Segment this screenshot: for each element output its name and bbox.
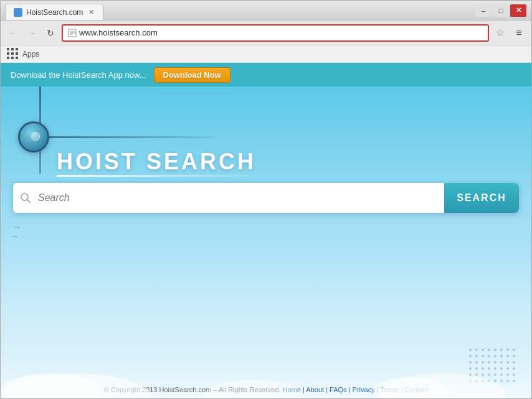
download-now-button[interactable]: Download Now <box>154 67 230 83</box>
bird-decoration-2: 〜 <box>12 233 18 242</box>
title-bar: HoistSearch.com ✕ – □ ✕ <box>1 1 531 21</box>
decoration-horizontal-line <box>39 136 214 138</box>
page-icon <box>68 29 77 37</box>
search-box: SEARCH <box>13 183 519 213</box>
minimize-button[interactable]: – <box>475 4 492 17</box>
tab-area: HoistSearch.com ✕ <box>6 1 475 20</box>
refresh-button[interactable]: ↻ <box>43 26 58 40</box>
address-bar[interactable] <box>62 24 489 42</box>
tab-favicon <box>14 8 22 17</box>
back-button[interactable]: ← <box>6 26 21 40</box>
site-logo: HOIST SEARCH <box>57 149 256 175</box>
apps-label[interactable]: Apps <box>22 50 39 59</box>
search-input[interactable] <box>38 183 444 213</box>
main-content-area: HOIST SEARCH SEARCH © Copyright 2013 Hoi… <box>1 87 531 398</box>
svg-point-10 <box>203 380 304 398</box>
cloud-decoration <box>1 342 531 398</box>
search-icon <box>13 183 38 213</box>
bookmark-button[interactable]: ☆ <box>493 26 508 40</box>
download-banner: Download the HoistSearch App now... Down… <box>1 63 531 87</box>
tab-title: HoistSearch.com <box>26 8 83 17</box>
decoration-circle <box>18 121 49 153</box>
navigation-bar: ← → ↻ ☆ ≡ <box>1 21 531 45</box>
close-button[interactable]: ✕ <box>510 4 526 17</box>
logo-underline <box>57 175 250 177</box>
apps-bar: Apps <box>1 45 531 63</box>
window-controls: – □ ✕ <box>475 4 526 17</box>
search-button[interactable]: SEARCH <box>444 183 519 213</box>
address-input[interactable] <box>79 28 483 37</box>
tab-close-button[interactable]: ✕ <box>87 8 95 17</box>
svg-line-5 <box>27 200 31 203</box>
maximize-button[interactable]: □ <box>493 4 509 17</box>
active-tab[interactable]: HoistSearch.com ✕ <box>6 4 103 20</box>
banner-text: Download the HoistSearch App now... <box>11 70 146 80</box>
decoration-inner-circle <box>31 132 40 141</box>
bird-decoration-1: 〜 <box>14 223 21 232</box>
menu-button[interactable]: ≡ <box>511 26 526 40</box>
browser-window: HoistSearch.com ✕ – □ ✕ ← → ↻ ☆ ≡ <box>0 0 532 399</box>
forward-button[interactable]: → <box>24 26 39 40</box>
apps-grid-icon <box>7 48 19 60</box>
page-content: Download the HoistSearch App now... Down… <box>1 63 531 398</box>
